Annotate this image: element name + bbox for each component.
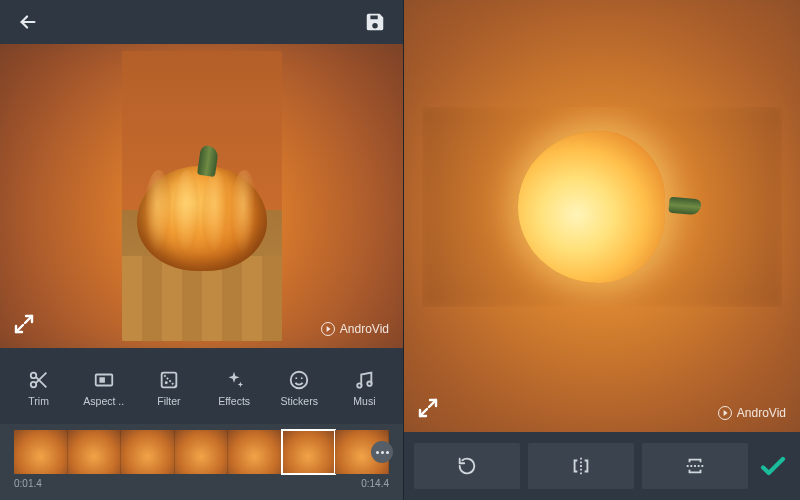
svg-point-7	[296, 377, 298, 379]
filter-icon	[158, 369, 180, 391]
svg-rect-4	[162, 373, 177, 388]
smiley-icon	[288, 369, 310, 391]
time-start: 0:01.4	[14, 478, 42, 489]
timeline-thumb[interactable]	[14, 430, 68, 474]
sparkle-icon	[223, 369, 245, 391]
tool-label: Effects	[218, 395, 250, 407]
flip-horizontal-button[interactable]	[528, 443, 634, 489]
watermark: AndroVid	[718, 406, 786, 420]
svg-point-5	[165, 381, 168, 384]
svg-point-6	[291, 372, 308, 389]
rotate-button[interactable]	[414, 443, 520, 489]
video-preview[interactable]: AndroVid	[0, 44, 403, 348]
scissors-icon	[28, 369, 50, 391]
flip-vertical-icon	[684, 455, 706, 477]
tool-effects[interactable]: Effects	[202, 369, 267, 407]
tool-label: Stickers	[281, 395, 318, 407]
flip-horizontal-icon	[570, 455, 592, 477]
tool-label: Musi	[353, 395, 375, 407]
confirm-button[interactable]	[756, 443, 790, 489]
flip-vertical-button[interactable]	[642, 443, 748, 489]
back-button[interactable]	[14, 8, 42, 36]
tool-aspect[interactable]: Aspect ..	[71, 369, 136, 407]
watermark-icon	[321, 322, 335, 336]
svg-rect-3	[99, 377, 105, 383]
expand-icon[interactable]	[12, 312, 36, 336]
tool-music[interactable]: Musi	[332, 369, 397, 407]
tool-label: Filter	[157, 395, 180, 407]
tool-stickers[interactable]: Stickers	[267, 369, 332, 407]
pumpkin-image	[137, 166, 267, 271]
time-end: 0:14.4	[361, 478, 389, 489]
watermark-text: AndroVid	[340, 322, 389, 336]
preview-frame	[122, 51, 282, 341]
timeline-thumb-selected[interactable]	[282, 430, 336, 474]
svg-point-8	[301, 377, 303, 379]
rotate-toolbar	[404, 432, 800, 500]
rotate-preview[interactable]: AndroVid	[404, 0, 800, 432]
top-bar	[0, 0, 403, 44]
rotate-icon	[456, 455, 478, 477]
svg-point-9	[358, 383, 362, 387]
check-icon	[756, 449, 790, 483]
tool-filter[interactable]: Filter	[136, 369, 201, 407]
watermark-icon	[718, 406, 732, 420]
tool-label: Aspect ..	[83, 395, 124, 407]
tool-bar: Trim Aspect .. Filter Effects Stickers M…	[0, 348, 403, 424]
timeline-thumb[interactable]	[121, 430, 175, 474]
watermark: AndroVid	[321, 322, 389, 336]
rotate-screen: AndroVid	[403, 0, 800, 500]
rotated-frame	[422, 107, 782, 307]
timeline-thumb[interactable]	[175, 430, 229, 474]
expand-icon[interactable]	[416, 396, 440, 420]
timeline-thumbs[interactable]	[14, 430, 389, 474]
time-labels: 0:01.4 0:14.4	[14, 474, 389, 489]
music-icon	[353, 369, 375, 391]
timeline-thumb[interactable]	[68, 430, 122, 474]
pumpkin-rotated	[497, 117, 707, 297]
tool-trim[interactable]: Trim	[6, 369, 71, 407]
editor-screen: AndroVid Trim Aspect .. Filter Effects S…	[0, 0, 403, 500]
tool-label: Trim	[28, 395, 49, 407]
timeline-thumb[interactable]	[228, 430, 282, 474]
aspect-icon	[93, 369, 115, 391]
save-button[interactable]	[361, 8, 389, 36]
timeline[interactable]: 0:01.4 0:14.4	[0, 424, 403, 500]
more-button[interactable]	[371, 441, 393, 463]
watermark-text: AndroVid	[737, 406, 786, 420]
svg-point-10	[368, 381, 372, 385]
